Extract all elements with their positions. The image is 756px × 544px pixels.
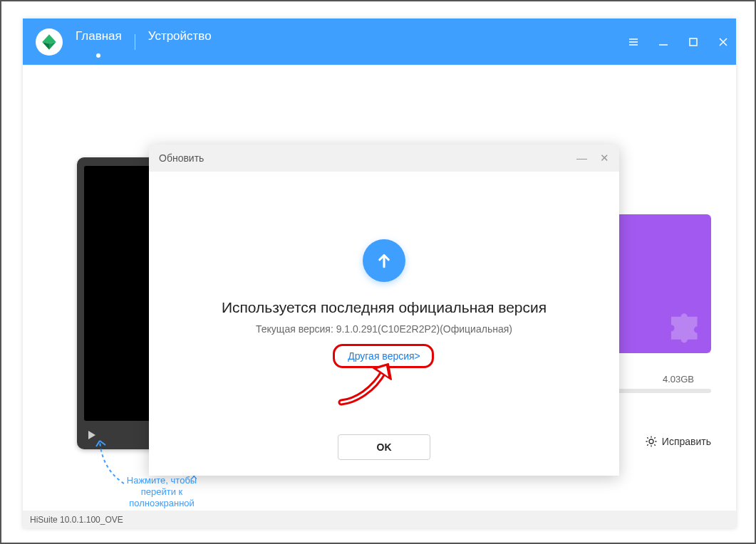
statusbar-text: HiSuite 10.0.1.100_OVE [30,515,123,525]
close-icon[interactable] [718,36,729,48]
modal-header: Обновить — ✕ [149,145,619,172]
gear-icon [645,435,658,448]
modal-minimize-icon[interactable]: — [576,152,587,164]
puzzle-icon [666,307,705,346]
tab-divider [135,34,135,50]
svg-marker-0 [42,34,56,43]
arrow-up-icon [373,250,395,271]
upload-circle [363,239,405,282]
content-area: Нажмите, чтобы перейти к полноэкранной ×… [23,65,736,511]
tabs: Главная Устройство [73,19,214,65]
minimize-icon[interactable] [658,36,669,48]
modal-subtext: Текущая версия: 9.1.0.291(C10E2R2P2)(Офи… [256,323,512,335]
app-window: Главная Устройство [23,19,736,528]
fix-label: Исправить [662,436,711,447]
hisuite-logo-icon [40,33,58,51]
storage-text: 4.03GB [663,374,694,385]
maximize-icon[interactable] [688,36,699,48]
svg-rect-3 [690,38,697,46]
statusbar: HiSuite 10.0.1.100_OVE [23,511,736,528]
fix-button[interactable]: Исправить [645,435,711,448]
modal-body: Используется последняя официальная верси… [149,172,619,476]
update-modal: Обновить — ✕ Используется последняя офиц… [149,145,619,476]
menu-icon[interactable] [628,36,639,48]
ok-button[interactable]: OK [338,434,430,460]
modal-close-icon[interactable]: ✕ [600,152,609,164]
other-version-link[interactable]: Другая версия> [348,350,420,362]
screenshot-frame: Главная Устройство [0,0,756,544]
play-icon[interactable] [88,431,95,439]
modal-heading: Используется последняя официальная верси… [222,299,547,316]
tab-main[interactable]: Главная [73,19,125,65]
app-logo [36,28,63,56]
tab-device[interactable]: Устройство [145,19,214,65]
titlebar: Главная Устройство [23,19,736,65]
modal-title-text: Обновить [159,152,204,164]
window-controls [628,36,729,48]
